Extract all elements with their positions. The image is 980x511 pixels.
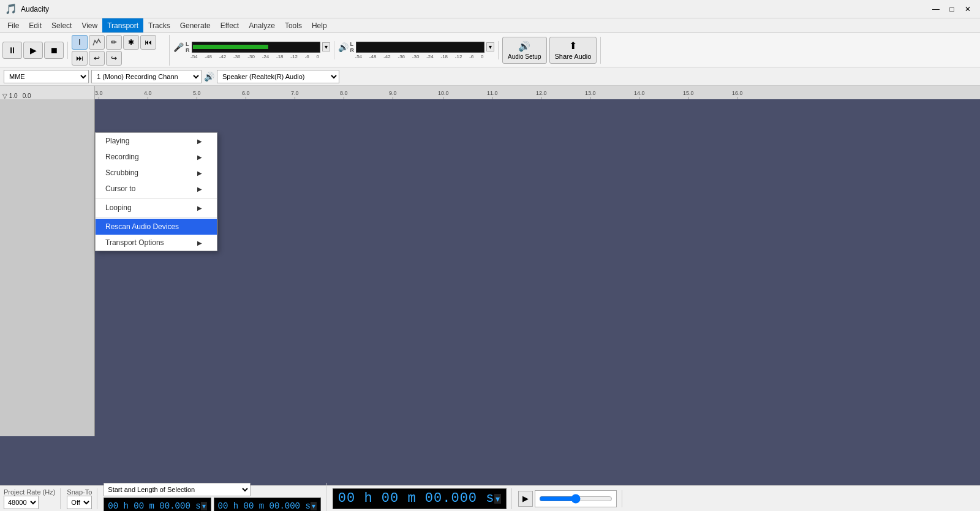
project-rate-label: Project Rate (Hz)	[4, 488, 55, 496]
menu-item-recording-label: Recording	[105, 153, 139, 161]
menu-edit[interactable]: Edit	[24, 18, 47, 32]
lr-label2: LR	[350, 41, 355, 53]
ruler: ▽ 1.0 0.0 3.04.05.06.07.08.09.010.011.01…	[0, 86, 980, 99]
snap-to-select[interactable]: Off On	[67, 496, 92, 509]
menu-tracks[interactable]: Tracks	[143, 18, 175, 32]
ruler-tick: 8.0	[340, 91, 348, 99]
snap-to-section: Snap-To Off On	[67, 488, 97, 509]
multi-tool-button[interactable]: ✱	[123, 35, 139, 50]
selection-time-1: 00 h 00 m 00.000 s ▾	[104, 498, 211, 512]
minimize-button[interactable]: —	[929, 3, 943, 15]
ruler-tick: 15.0	[683, 91, 694, 99]
selection-mode-select[interactable]: Start and Length of Selection Start and …	[104, 483, 251, 496]
ruler-tick: 10.0	[438, 91, 449, 99]
menu-item-scrubbing[interactable]: Scrubbing ▶	[96, 165, 217, 181]
play-button[interactable]: ▶	[23, 42, 43, 59]
app-logo: 🎵	[5, 3, 17, 15]
menu-item-recording[interactable]: Recording ▶	[96, 149, 217, 165]
ruler-tick: 7.0	[291, 91, 299, 99]
speaker-icon: 🔊	[338, 42, 349, 52]
vu-db-labels-recording: -54-48-42-36-30-24-18-12-60	[190, 54, 319, 59]
menu-tools[interactable]: Tools	[280, 18, 307, 32]
menu-select[interactable]: Select	[47, 18, 77, 32]
submenu-arrow-cursor-to: ▶	[197, 186, 202, 192]
share-audio-button[interactable]: ⬆ Share Audio	[549, 37, 597, 64]
submenu-arrow-transport-options: ▶	[197, 240, 202, 246]
playback-vu-menu[interactable]: ▾	[486, 42, 494, 51]
ruler-tick: 12.0	[536, 91, 547, 99]
selection-time-2-dropdown[interactable]: ▾	[311, 502, 317, 510]
submenu-arrow-looping: ▶	[197, 205, 202, 211]
mic-icon: 🎤	[173, 42, 184, 52]
ruler-inner: 3.04.05.06.07.08.09.010.011.012.013.014.…	[95, 86, 980, 99]
submenu-arrow-scrubbing: ▶	[197, 170, 202, 176]
menu-item-transport-options[interactable]: Transport Options ▶	[96, 235, 217, 251]
device-bar: MME Windows DirectSound Windows WASAPI 1…	[0, 67, 980, 86]
menu-item-scrubbing-label: Scrubbing	[105, 168, 138, 177]
menu-file[interactable]: File	[2, 18, 24, 32]
menu-view[interactable]: View	[77, 18, 102, 32]
app-title: Audacity	[21, 5, 49, 13]
snap-to-label: Snap-To	[67, 488, 92, 496]
pause-button[interactable]: ⏸	[2, 42, 22, 59]
close-button[interactable]: ✕	[960, 3, 975, 15]
stop-button[interactable]: ⏹	[44, 42, 64, 59]
draw-tool-button[interactable]: ✏	[106, 35, 122, 50]
ruler-tick: 16.0	[732, 91, 743, 99]
track-header-area	[0, 99, 95, 436]
menu-effect[interactable]: Effect	[216, 18, 244, 32]
ruler-end-marker: 0.0	[23, 93, 31, 99]
project-rate-select[interactable]: 48000 44100 22050	[4, 496, 39, 509]
undo-button[interactable]: ↩	[89, 51, 105, 66]
skip-end-button[interactable]: ⏭	[72, 51, 88, 66]
playback-time-dropdown[interactable]: ▾	[494, 494, 501, 504]
recording-vu-section: 🎤 LR ▾ -54-48-42-36-30-24-18-12-60	[173, 41, 334, 59]
ruler-tick: 5.0	[193, 91, 201, 99]
menu-transport[interactable]: Transport	[102, 18, 143, 32]
maximize-button[interactable]: □	[944, 3, 959, 15]
audio-setup-icon: 🔊	[518, 40, 530, 52]
playback-time-value: 00 h 00 m 00.000 s	[338, 491, 495, 506]
audio-setup-button[interactable]: 🔊 Audio Setup	[502, 37, 547, 64]
ruler-tick: 11.0	[487, 91, 498, 99]
selection-tool-button[interactable]: I	[72, 35, 88, 50]
audio-setup-label: Audio Setup	[508, 53, 541, 60]
playback-transport-section: ▶	[518, 490, 622, 507]
envelope-tool-button[interactable]	[89, 35, 105, 50]
playback-vu-bar	[356, 42, 484, 53]
playback-play-button[interactable]: ▶	[518, 491, 533, 507]
skip-start-button[interactable]: ⏮	[140, 35, 156, 50]
speaker-select[interactable]: Speaker (Realtek(R) Audio)	[217, 70, 339, 83]
host-select[interactable]: MME Windows DirectSound Windows WASAPI	[4, 70, 89, 83]
ruler-tick: 13.0	[585, 91, 596, 99]
menu-help[interactable]: Help	[307, 18, 332, 32]
menu-item-looping[interactable]: Looping ▶	[96, 200, 217, 216]
ruler-start-marker: ▽ 1.0	[2, 93, 18, 99]
menu-separator-1	[96, 198, 217, 199]
menu-item-cursor-to-label: Cursor to	[105, 184, 135, 193]
ruler-tick: 4.0	[144, 91, 152, 99]
menu-item-cursor-to[interactable]: Cursor to ▶	[96, 181, 217, 197]
menu-item-rescan-audio[interactable]: Rescan Audio Devices	[96, 219, 217, 235]
menu-item-playing[interactable]: Playing ▶	[96, 133, 217, 149]
track-area: Playing ▶ Recording ▶ Scrubbing ▶ Cursor…	[0, 99, 980, 436]
menu-item-transport-options-label: Transport Options	[105, 238, 164, 247]
title-bar: 🎵 Audacity — □ ✕	[0, 0, 980, 18]
selection-time-1-dropdown[interactable]: ▾	[201, 502, 207, 510]
channels-select[interactable]: 1 (Mono) Recording Chann 2 (Stereo) Reco…	[91, 70, 202, 83]
menu-separator-2	[96, 217, 217, 218]
menu-generate[interactable]: Generate	[175, 18, 216, 32]
ruler-tick: 3.0	[95, 91, 103, 99]
share-audio-icon: ⬆	[569, 40, 577, 51]
menu-item-looping-label: Looping	[105, 203, 132, 212]
toolbar-area: ⏸ ▶ ⏹ I ✏ ✱ ⏮ ⏭ ↩ ↪ 🎤 LR ▾ -54-48-42-36-…	[0, 33, 980, 67]
recording-vu-menu[interactable]: ▾	[322, 42, 330, 51]
submenu-arrow-playing: ▶	[197, 138, 202, 145]
title-bar-left: 🎵 Audacity	[5, 3, 49, 15]
redo-button[interactable]: ↪	[106, 51, 122, 66]
speed-slider[interactable]	[539, 494, 612, 504]
transport-controls: ⏸ ▶ ⏹	[2, 42, 68, 59]
speaker-icon-device: 🔊	[204, 72, 214, 81]
status-bar: Project Rate (Hz) 48000 44100 22050 Snap…	[0, 485, 980, 511]
menu-analyze[interactable]: Analyze	[244, 18, 280, 32]
